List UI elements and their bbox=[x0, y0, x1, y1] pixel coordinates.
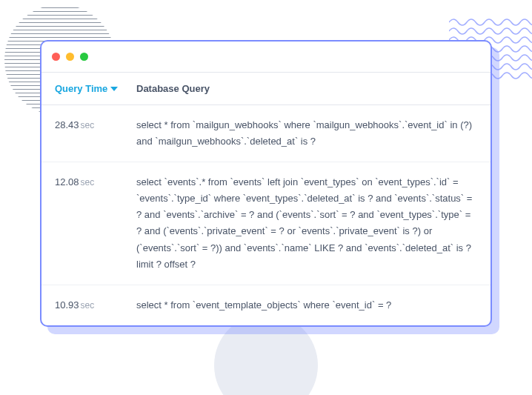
time-value: 10.93 bbox=[55, 299, 79, 311]
column-header-database-query-label: Database Query bbox=[136, 83, 210, 94]
cell-database-query: select * from `mailgun_webhooks` where `… bbox=[136, 117, 477, 150]
cell-query-time: 12.08sec bbox=[55, 174, 136, 273]
sort-desc-icon bbox=[110, 87, 118, 91]
window-zoom-icon[interactable] bbox=[80, 53, 88, 61]
column-header-query-time[interactable]: Query Time bbox=[55, 83, 136, 94]
table-row: 12.08sec select `events`.* from `events`… bbox=[41, 162, 491, 285]
table-row: 28.43sec select * from `mailgun_webhooks… bbox=[41, 105, 491, 162]
window-close-icon[interactable] bbox=[52, 53, 60, 61]
window-titlebar bbox=[41, 42, 491, 73]
column-header-query-time-label: Query Time bbox=[55, 83, 107, 94]
window-minimize-icon[interactable] bbox=[66, 53, 74, 61]
table-header: Query Time Database Query bbox=[41, 73, 491, 105]
column-header-database-query[interactable]: Database Query bbox=[136, 83, 477, 94]
time-unit: sec bbox=[81, 120, 95, 130]
query-table: Query Time Database Query 28.43sec selec… bbox=[41, 73, 491, 325]
time-unit: sec bbox=[81, 300, 95, 311]
cell-query-time: 28.43sec bbox=[55, 117, 136, 150]
cell-database-query: select `events`.* from `events` left joi… bbox=[136, 174, 477, 273]
cell-database-query: select * from `event_template_objects` w… bbox=[136, 297, 477, 313]
table-row: 10.93sec select * from `event_template_o… bbox=[41, 285, 491, 325]
time-value: 28.43 bbox=[55, 119, 79, 130]
time-unit: sec bbox=[81, 177, 95, 187]
query-window: Query Time Database Query 28.43sec selec… bbox=[40, 40, 492, 327]
cell-query-time: 10.93sec bbox=[55, 297, 136, 313]
time-value: 12.08 bbox=[55, 176, 79, 187]
